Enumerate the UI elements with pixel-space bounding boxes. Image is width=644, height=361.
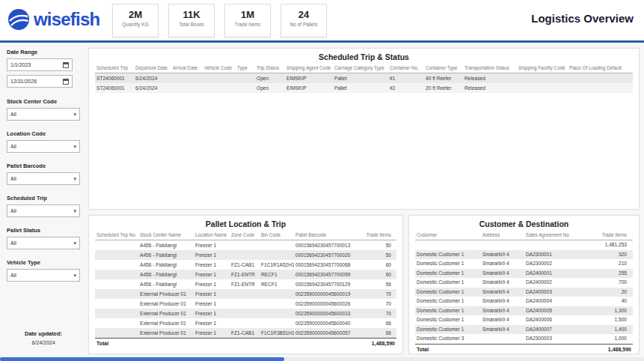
table-row[interactable]: A456 - FiskitangiFreezer 1FZ1-ENTRRECF10… xyxy=(95,279,396,289)
table-row[interactable]: External Producer 01Freezer 100235900000… xyxy=(95,318,396,328)
column-header[interactable]: Bin Code xyxy=(260,231,294,240)
table-row[interactable]: External Producer 01Freezer 100235900000… xyxy=(95,299,396,309)
table-cell: DA2400007 xyxy=(524,325,587,335)
scrollbar-thumb[interactable] xyxy=(0,357,284,361)
table-cell: 70 xyxy=(363,289,393,299)
table-cell xyxy=(203,83,236,93)
column-header[interactable]: Scheduled Trip No xyxy=(95,231,138,240)
table-cell: DA2300002 xyxy=(524,259,587,269)
table-cell: 40 xyxy=(587,297,628,306)
customer-destination-card: Customer & Destination CustomerAddressSa… xyxy=(408,215,640,354)
column-header[interactable]: Scheduled Trip xyxy=(95,64,134,73)
column-header[interactable]: Stock Center Name xyxy=(138,231,194,240)
table-cell xyxy=(568,73,627,83)
kpi-card-trade-items[interactable]: 1M Trade Items xyxy=(224,4,271,37)
table-cell: ST24060001 xyxy=(95,83,134,93)
table-cell xyxy=(260,309,294,318)
table-row[interactable]: A456 - FiskitangiFreezer 100015694230457… xyxy=(95,250,396,260)
column-header[interactable]: Trip Status xyxy=(255,64,285,73)
table-cell xyxy=(236,83,255,93)
kpi-card-total-boxes[interactable]: 11K Total Boxes xyxy=(168,4,215,37)
filter-label: Vehicle Type xyxy=(7,259,80,266)
table-cell: A456 - Fiskitangi xyxy=(138,279,194,289)
table-row[interactable]: Domestic Customer 1Smárahlíð 4DA23000022… xyxy=(415,259,633,269)
pallet-barcode-select[interactable]: All ▾ xyxy=(7,172,80,185)
table-row[interactable]: 1,481,253 xyxy=(415,240,633,250)
column-header[interactable]: Sales Agreement No xyxy=(524,231,587,240)
table-cell: FZ1-CAB1 xyxy=(230,328,260,338)
column-header[interactable]: Arrival Date xyxy=(171,64,203,73)
table-cell: Pallet xyxy=(333,83,388,93)
calendar-icon[interactable] xyxy=(63,62,69,68)
table-cell: 00235900000045600019 xyxy=(294,289,363,299)
column-header[interactable]: Pallet Barcode xyxy=(294,231,363,240)
date-start-input[interactable]: 1/1/2023 xyxy=(7,58,73,71)
column-header[interactable]: Vehicle Code xyxy=(203,64,236,73)
column-header[interactable]: Carriage Category Type xyxy=(333,64,388,73)
kpi-label: Total Boxes xyxy=(169,22,214,27)
stock-center-code-select[interactable]: All ▾ xyxy=(7,108,80,121)
table-cell: 00235900000045600033 xyxy=(294,309,363,318)
horizontal-scrollbar[interactable] xyxy=(0,357,644,361)
column-header[interactable]: Trade Items xyxy=(363,231,393,240)
calendar-icon[interactable] xyxy=(63,79,69,85)
table-row[interactable]: Domestic Customer 1Smárahlíð 4DA24000032… xyxy=(415,288,633,297)
filter-label-date-range: Date Range xyxy=(7,49,80,55)
column-header[interactable]: Container Type xyxy=(424,64,463,73)
column-header[interactable]: Place Of Loading Default xyxy=(568,64,627,73)
column-header[interactable]: Zone Code xyxy=(230,231,260,240)
column-header[interactable]: Shipping Agent Code xyxy=(285,64,333,73)
wisefish-logo: wisefish xyxy=(7,8,99,31)
table-row[interactable]: External Producer 01Freezer 100235900000… xyxy=(95,289,396,299)
table-cell: 56 xyxy=(363,279,393,289)
kpi-card-quantity-kg[interactable]: 2M Quantity KG xyxy=(112,4,159,37)
column-header[interactable]: Container No. xyxy=(388,64,424,73)
table-row[interactable]: ST240600016/24/2024OpenEIMSKIPPallet#140… xyxy=(95,73,633,83)
table-row[interactable]: Domestic Customer 1Smárahlíð 4DA24000051… xyxy=(415,306,633,316)
table-cell: DA2400004 xyxy=(524,297,587,306)
table-row[interactable]: Domestic Customer 1Smárahlíð 4DA24000071… xyxy=(415,325,633,335)
table-row[interactable]: Domestic Customer 1Smárahlíð 4DA23000013… xyxy=(415,250,633,260)
table-cell: External Producer 01 xyxy=(138,309,194,318)
table-cell: Freezer 1 xyxy=(194,318,230,328)
table-cell: Smárahlíð 4 xyxy=(481,278,524,288)
scheduled-trip-select[interactable]: All ▾ xyxy=(7,204,80,217)
table-row[interactable]: External Producer 01Freezer 100235900000… xyxy=(95,309,396,318)
chevron-down-icon: ▾ xyxy=(73,176,76,181)
table-cell xyxy=(260,299,294,309)
table-row[interactable]: A456 - FiskitangiFreezer 100015694230457… xyxy=(95,240,396,250)
filter-label: Stock Center Code xyxy=(7,98,80,105)
table-cell: 700 xyxy=(587,278,628,288)
column-header[interactable]: Shipping Facility Code xyxy=(517,64,568,73)
table-cell: #1 xyxy=(388,73,424,83)
column-header[interactable]: Transportation Status xyxy=(463,64,517,73)
table-cell: External Producer 01 xyxy=(138,289,194,299)
vehicle-type-select[interactable]: All ▾ xyxy=(7,269,80,282)
column-header[interactable]: Type xyxy=(236,64,255,73)
table-cell: 1,500 xyxy=(587,315,628,325)
table-cell xyxy=(230,309,260,318)
table-row[interactable]: Domestic Customer 1Smárahlíð 4DA24000012… xyxy=(415,269,633,279)
table-row[interactable]: Domestic Customer 1Smárahlíð 4DA24000027… xyxy=(415,278,633,288)
column-header[interactable]: Address xyxy=(481,231,524,240)
pallet-status-select[interactable]: All ▾ xyxy=(7,237,80,249)
table-row[interactable]: Domestic Customer 1Smárahlíð 4DA24000044… xyxy=(415,297,633,306)
table-cell: Smárahlíð 4 xyxy=(481,325,524,335)
table-cell xyxy=(415,240,481,250)
column-header[interactable]: Departure Date xyxy=(134,64,171,73)
location-code-select[interactable]: All ▾ xyxy=(7,140,80,153)
table-row[interactable]: A456 - FiskitangiFreezer 1FZ1-ENTRRECF10… xyxy=(95,270,396,279)
column-header[interactable]: Customer xyxy=(415,231,481,240)
select-value: All xyxy=(10,208,16,213)
column-header[interactable]: Trade Items xyxy=(587,231,628,240)
table-row[interactable]: External Producer 01Freezer 1FZ1-CAB1F1C… xyxy=(95,328,396,338)
table-cell xyxy=(95,279,138,289)
table-row[interactable]: ST240600016/24/2024OpenEIMSKIPPallet#220… xyxy=(95,83,633,93)
table-row[interactable]: Domestic Customer 1Smárahlíð 4DA24000061… xyxy=(415,315,633,325)
table-cell: 20 ft Reefer xyxy=(424,83,463,93)
kpi-card-no-of-pallets[interactable]: 24 No of Pallets xyxy=(280,4,327,37)
table-row[interactable]: Domestic Customer 3DA23000031,000 xyxy=(415,334,633,344)
date-end-input[interactable]: 12/31/2026 xyxy=(7,75,73,88)
column-header[interactable]: Location Name xyxy=(194,231,230,240)
table-row[interactable]: A456 - FiskitangiFreezer 1FZ1-CAB1F1C1R1… xyxy=(95,260,396,270)
